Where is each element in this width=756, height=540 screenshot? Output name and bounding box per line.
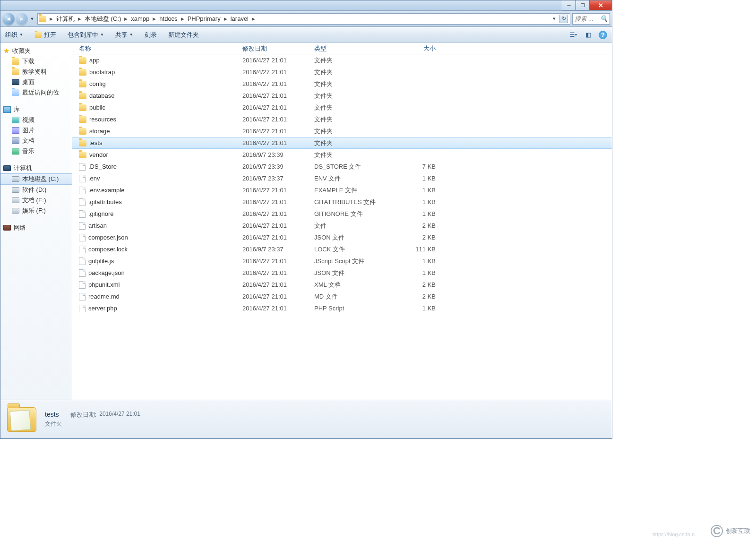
address-bar: ◄ ► ▼ ▶ 计算机 ▶ 本地磁盘 (C:) ▶ xampp ▶ htdocs…	[0, 11, 612, 27]
file-row[interactable]: tests2016/4/27 21:01文件夹	[72, 137, 612, 149]
help-button[interactable]: ?	[599, 31, 607, 39]
file-name: artisan	[88, 222, 107, 229]
file-date: 2016/9/7 23:39	[242, 163, 314, 170]
sidebar-item-desktop[interactable]: 桌面	[0, 77, 72, 87]
file-icon	[79, 175, 86, 182]
file-icon	[79, 293, 86, 300]
refresh-button[interactable]: ↻	[559, 15, 568, 23]
view-mode-button[interactable]: ☰ ▾	[568, 30, 578, 40]
details-meta-label: 修改日期:	[70, 411, 97, 419]
chevron-right-icon[interactable]: ▶	[151, 17, 157, 21]
path-box[interactable]: ▶ 计算机 ▶ 本地磁盘 (C:) ▶ xampp ▶ htdocs ▶ PHP…	[37, 13, 570, 25]
column-size[interactable]: 大小	[390, 44, 436, 53]
history-dropdown[interactable]: ▼	[29, 16, 35, 22]
file-type: JSON 文件	[314, 269, 390, 277]
file-row[interactable]: app2016/4/27 21:01文件夹	[72, 54, 612, 66]
file-row[interactable]: composer.json2016/4/27 21:01JSON 文件2 KB	[72, 231, 612, 243]
forward-button[interactable]: ►	[16, 13, 28, 25]
file-row[interactable]: .env2016/9/7 23:37ENV 文件1 KB	[72, 172, 612, 184]
search-placeholder: 搜索 ...	[575, 15, 593, 23]
drive-icon	[12, 187, 19, 193]
file-row[interactable]: gulpfile.js2016/4/27 21:01JScript Script…	[72, 255, 612, 267]
sidebar-item-materials[interactable]: 教学资料	[0, 67, 72, 77]
chevron-right-icon[interactable]: ▶	[250, 17, 257, 21]
back-button[interactable]: ◄	[2, 13, 15, 25]
file-name: app	[89, 57, 100, 64]
sidebar-item-drive-f[interactable]: 娱乐 (F:)	[0, 206, 72, 216]
minimize-button[interactable]: ─	[562, 0, 576, 10]
crumb-phpprimary[interactable]: PHPprimary	[186, 14, 223, 24]
sidebar-item-recent[interactable]: 最近访问的位	[0, 87, 72, 98]
file-row[interactable]: package.json2016/4/27 21:01JSON 文件1 KB	[72, 267, 612, 279]
sidebar-item-drive-c[interactable]: 本地磁盘 (C:)	[0, 173, 72, 185]
file-row[interactable]: composer.lock2016/9/7 23:37LOCK 文件111 KB	[72, 243, 612, 255]
file-date: 2016/4/27 21:01	[242, 80, 314, 87]
open-button[interactable]: 打开	[34, 31, 56, 39]
crumb-laravel[interactable]: laravel	[229, 14, 250, 24]
sidebar-item-drive-d[interactable]: 软件 (D:)	[0, 185, 72, 195]
folder-icon	[39, 16, 46, 22]
file-row[interactable]: phpunit.xml2016/4/27 21:01XML 文档2 KB	[72, 279, 612, 291]
chevron-right-icon[interactable]: ▶	[123, 17, 129, 21]
file-row[interactable]: artisan2016/4/27 21:01文件2 KB	[72, 220, 612, 231]
column-type[interactable]: 类型	[314, 44, 390, 53]
file-type: JScript Script 文件	[314, 257, 390, 266]
file-row[interactable]: bootstrap2016/4/27 21:01文件夹	[72, 66, 612, 78]
open-icon	[35, 32, 42, 38]
details-pane: tests 修改日期: 2016/4/27 21:01 文件夹	[0, 400, 612, 438]
folder-icon	[79, 116, 86, 123]
file-row[interactable]: .gitignore2016/4/27 21:01GITIGNORE 文件1 K…	[72, 208, 612, 220]
sidebar-item-videos[interactable]: 视频	[0, 115, 72, 125]
favorites-header[interactable]: ★收藏夹	[0, 46, 72, 56]
sidebar-item-drive-e[interactable]: 文档 (E:)	[0, 195, 72, 206]
crumb-htdocs[interactable]: htdocs	[157, 14, 179, 24]
file-row[interactable]: server.php2016/4/27 21:01PHP Script1 KB	[72, 302, 612, 314]
file-row[interactable]: .gitattributes2016/4/27 21:01GITATTRIBUT…	[72, 196, 612, 208]
file-list[interactable]: app2016/4/27 21:01文件夹bootstrap2016/4/27 …	[72, 54, 612, 400]
file-row[interactable]: storage2016/4/27 21:01文件夹	[72, 125, 612, 137]
crumb-drive-c[interactable]: 本地磁盘 (C:)	[83, 14, 123, 24]
preview-pane-button[interactable]: ◧	[584, 30, 593, 40]
maximize-button[interactable]: ❐	[576, 0, 590, 10]
newfolder-button[interactable]: 新建文件夹	[168, 31, 199, 39]
column-date[interactable]: 修改日期	[242, 44, 314, 53]
file-row[interactable]: public2016/4/27 21:01文件夹	[72, 102, 612, 113]
chevron-right-icon[interactable]: ▶	[48, 17, 54, 21]
file-icon	[79, 257, 86, 265]
search-input[interactable]: 搜索 ... 🔍	[572, 13, 610, 25]
computer-header[interactable]: 计算机	[0, 163, 72, 173]
file-date: 2016/4/27 21:01	[242, 187, 314, 194]
chevron-right-icon[interactable]: ▶	[180, 17, 186, 21]
drive-icon	[12, 208, 19, 214]
sidebar-item-documents[interactable]: 文档	[0, 136, 72, 146]
chevron-right-icon[interactable]: ▶	[223, 17, 229, 21]
main-content: ★收藏夹 下载 教学资料 桌面 最近访问的位 库 视频 图片 文档 音乐 计算机…	[0, 43, 612, 400]
file-name: public	[89, 104, 105, 111]
burn-button[interactable]: 刻录	[145, 31, 157, 39]
file-name: bootstrap	[89, 69, 115, 76]
path-dropdown[interactable]: ▾	[550, 15, 558, 23]
file-size: 2 KB	[390, 222, 436, 229]
chevron-right-icon[interactable]: ▶	[77, 17, 83, 21]
column-name[interactable]: 名称	[79, 44, 242, 53]
network-header[interactable]: 网络	[0, 223, 72, 233]
include-menu[interactable]: 包含到库中▼	[68, 31, 104, 39]
share-menu[interactable]: 共享▼	[115, 31, 133, 39]
crumb-computer[interactable]: 计算机	[54, 14, 77, 24]
crumb-xampp[interactable]: xampp	[129, 14, 151, 24]
libraries-header[interactable]: 库	[0, 104, 72, 115]
sidebar-item-downloads[interactable]: 下载	[0, 56, 72, 67]
file-row[interactable]: .env.example2016/4/27 21:01EXAMPLE 文件1 K…	[72, 184, 612, 196]
file-row[interactable]: config2016/4/27 21:01文件夹	[72, 78, 612, 90]
file-row[interactable]: resources2016/4/27 21:01文件夹	[72, 113, 612, 125]
file-row[interactable]: vendor2016/9/7 23:39文件夹	[72, 149, 612, 161]
file-type: LOCK 文件	[314, 245, 390, 254]
sidebar-item-music[interactable]: 音乐	[0, 146, 72, 156]
file-row[interactable]: database2016/4/27 21:01文件夹	[72, 90, 612, 102]
file-row[interactable]: readme.md2016/4/27 21:01MD 文件2 KB	[72, 291, 612, 302]
file-type: 文件夹	[314, 68, 390, 77]
file-row[interactable]: .DS_Store2016/9/7 23:39DS_STORE 文件7 KB	[72, 161, 612, 172]
close-button[interactable]: ✕	[589, 0, 612, 10]
sidebar-item-pictures[interactable]: 图片	[0, 125, 72, 136]
organize-menu[interactable]: 组织▼	[5, 31, 23, 39]
